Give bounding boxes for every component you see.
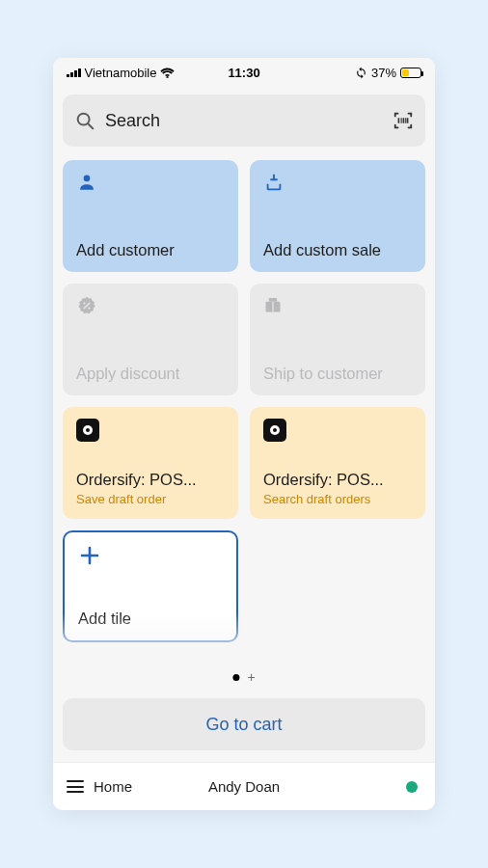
hamburger-icon [67,780,84,793]
sync-icon [355,67,367,79]
battery-fill [402,69,409,76]
tile-title: Apply discount [76,365,225,384]
tile-title: Ordersify: POS... [76,471,225,490]
device-frame: Vietnamobile 11:30 37% [53,58,435,810]
connection-status-dot[interactable] [406,781,418,793]
discount-badge-icon [76,295,225,318]
tile-subtitle: Save draft order [76,493,225,507]
svg-line-1 [88,123,93,128]
barcode-scanner-icon[interactable] [393,110,414,131]
app-icon [263,419,412,442]
carrier-label: Vietnamobile [85,66,157,80]
status-time: 11:30 [228,66,259,80]
tile-title: Add tile [78,610,223,629]
tile-ordersify-search-drafts[interactable]: Ordersify: POS... Search draft orders [250,407,425,519]
nav-home-button[interactable]: Home [67,778,132,795]
tile-apply-discount[interactable]: Apply discount [63,284,238,395]
search-placeholder: Search [105,111,383,131]
tile-add-custom-sale[interactable]: Add custom sale [250,160,425,272]
plus-icon [78,544,223,567]
tile-title: Add custom sale [263,241,412,260]
status-bar: Vietnamobile 11:30 37% [53,58,435,87]
person-icon [76,172,225,195]
svg-point-7 [84,176,91,182]
battery-percent: 37% [371,66,396,80]
cart-button-label: Go to cart [205,715,282,735]
upload-plus-icon [263,172,412,195]
tile-title: Ordersify: POS... [263,471,412,490]
nav-home-label: Home [94,778,132,795]
page-indicator[interactable]: + [232,669,255,685]
tile-ship-to-customer[interactable]: Ship to customer [250,284,425,395]
wifi-icon [160,68,175,78]
search-bar[interactable]: Search [63,95,425,147]
tile-title: Add customer [76,241,225,260]
tile-title: Ship to customer [263,365,412,384]
svg-point-10 [88,307,90,309]
tile-add-tile[interactable]: Add tile [63,530,238,642]
cellular-signal-icon [67,68,81,77]
app-icon [76,419,225,442]
page-dot-current [232,674,239,681]
tile-ordersify-save-draft[interactable]: Ordersify: POS... Save draft order [63,407,238,519]
svg-point-9 [83,302,85,304]
tile-add-customer[interactable]: Add customer [63,160,238,272]
page-add-icon: + [247,669,255,685]
bottom-nav: Home Andy Doan [53,762,435,810]
package-icon [263,295,412,318]
search-icon [74,110,95,131]
tile-grid: Add customer Add custom sale [63,160,425,642]
svg-rect-12 [269,298,277,302]
battery-icon [400,68,421,78]
go-to-cart-button[interactable]: Go to cart [63,698,425,750]
nav-user-name[interactable]: Andy Doan [208,778,280,795]
tile-subtitle: Search draft orders [263,493,412,507]
